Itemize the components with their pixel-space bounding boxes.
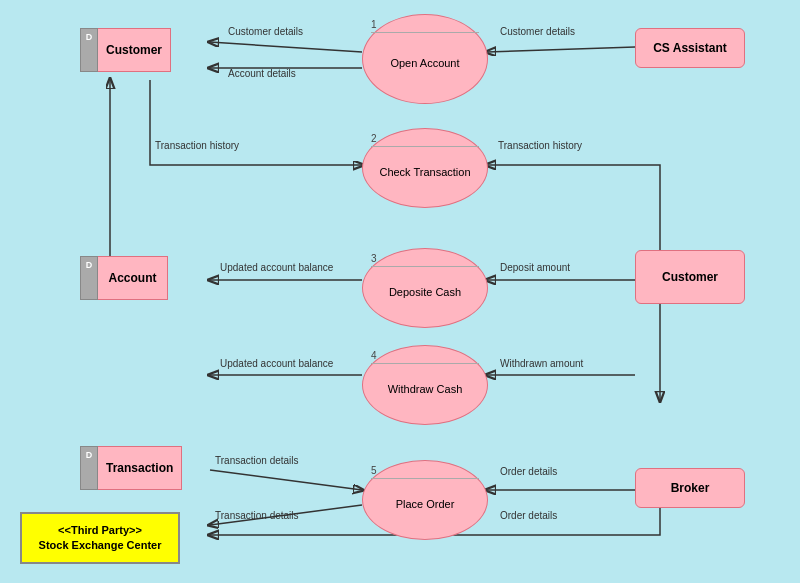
place-order-number: 5 bbox=[371, 465, 479, 479]
label-updated-balance-withdraw: Updated account balance bbox=[220, 358, 333, 369]
place-order-node: 5 Place Order bbox=[362, 460, 488, 540]
customer-entity-top: D Customer bbox=[80, 28, 171, 72]
check-transaction-label: Check Transaction bbox=[379, 166, 470, 178]
broker-actor: Broker bbox=[635, 468, 745, 508]
withdraw-cash-node: 4 Withdraw Cash bbox=[362, 345, 488, 425]
svg-line-0 bbox=[210, 42, 362, 52]
open-account-number: 1 bbox=[371, 19, 479, 33]
label-withdrawn-amount: Withdrawn amount bbox=[500, 358, 583, 369]
check-transaction-number: 2 bbox=[371, 133, 479, 147]
svg-line-8 bbox=[210, 470, 362, 490]
deposit-cash-label: Deposite Cash bbox=[389, 286, 461, 298]
transaction-label: Transaction bbox=[98, 446, 182, 490]
label-txn-history-right: Transaction history bbox=[498, 140, 582, 151]
label-txn-history-left: Transaction history bbox=[155, 140, 239, 151]
cs-assistant-label: CS Assistant bbox=[653, 41, 727, 55]
open-account-label: Open Account bbox=[390, 57, 459, 69]
customer-label: Customer bbox=[98, 28, 171, 72]
place-order-label: Place Order bbox=[396, 498, 455, 510]
svg-line-2 bbox=[487, 47, 635, 52]
stock-exchange-label: <<Third Party>>Stock Exchange Center bbox=[39, 523, 162, 554]
label-customer-details-top: Customer details bbox=[228, 26, 303, 37]
label-deposit-amount: Deposit amount bbox=[500, 262, 570, 273]
label-order-details-right: Order details bbox=[500, 466, 557, 477]
stock-exchange-box: <<Third Party>>Stock Exchange Center bbox=[20, 512, 180, 564]
customer-right-label: Customer bbox=[662, 270, 718, 284]
account-label: Account bbox=[98, 256, 168, 300]
label-order-details-broker: Order details bbox=[500, 510, 557, 521]
transaction-d-label: D bbox=[80, 446, 98, 490]
broker-label: Broker bbox=[671, 481, 710, 495]
withdraw-cash-number: 4 bbox=[371, 350, 479, 364]
label-transaction-details-left: Transaction details bbox=[215, 455, 299, 466]
account-entity: D Account bbox=[80, 256, 168, 300]
account-d-label: D bbox=[80, 256, 98, 300]
diagram-container: D Customer 1 Open Account CS Assistant 2… bbox=[0, 0, 800, 583]
withdraw-cash-label: Withdraw Cash bbox=[388, 383, 463, 395]
check-transaction-node: 2 Check Transaction bbox=[362, 128, 488, 208]
customer-actor-right: Customer bbox=[635, 250, 745, 304]
customer-d-label: D bbox=[80, 28, 98, 72]
cs-assistant-actor: CS Assistant bbox=[635, 28, 745, 68]
label-account-details: Account details bbox=[228, 68, 296, 79]
open-account-node: 1 Open Account bbox=[362, 14, 488, 104]
label-transaction-details-bottom: Transaction details bbox=[215, 510, 299, 521]
transaction-entity: D Transaction bbox=[80, 446, 182, 490]
label-updated-balance-deposit: Updated account balance bbox=[220, 262, 333, 273]
deposit-cash-number: 3 bbox=[371, 253, 479, 267]
label-cs-customer-details: Customer details bbox=[500, 26, 575, 37]
deposit-cash-node: 3 Deposite Cash bbox=[362, 248, 488, 328]
